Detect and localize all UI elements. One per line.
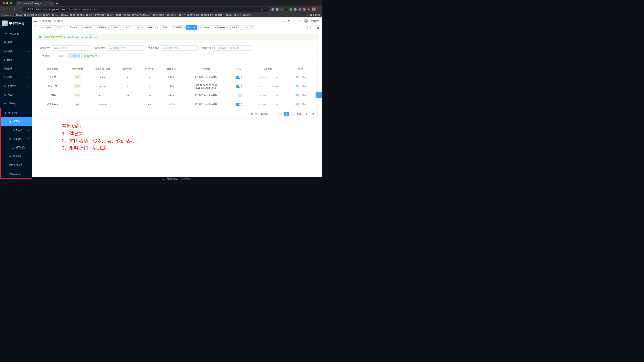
delete-link[interactable]: 删除 bbox=[302, 76, 306, 79]
delete-link[interactable]: 删除 bbox=[302, 94, 306, 97]
home-icon[interactable]: ⌂ bbox=[16, 8, 21, 11]
minimize-window-button[interactable] bbox=[6, 2, 8, 4]
scroll-right-icon[interactable]: » bbox=[305, 25, 310, 30]
refresh-view-icon[interactable]: ↻ bbox=[310, 25, 315, 30]
close-window-button[interactable] bbox=[2, 2, 5, 4]
user-name[interactable]: 芋道源码 bbox=[311, 19, 320, 22]
view-tab-order-detail-5[interactable]: 订单详情 bbox=[158, 25, 170, 30]
user-avatar[interactable] bbox=[304, 19, 308, 23]
extension-icon[interactable] bbox=[285, 8, 288, 11]
edit-link[interactable]: 修改 bbox=[295, 85, 300, 88]
goto-page-input[interactable] bbox=[303, 112, 310, 116]
new-tab-button[interactable]: + bbox=[56, 2, 58, 5]
view-tab-order-detail-4[interactable]: 订单详情 bbox=[146, 25, 158, 30]
bookmark-item[interactable]: 其他语言 bbox=[167, 14, 176, 16]
bookmark-item[interactable]: 设计 bbox=[107, 14, 114, 16]
delete-link[interactable]: 删除 bbox=[302, 103, 306, 106]
breadcrumb-section[interactable]: 营销中心 bbox=[42, 19, 51, 22]
status-toggle[interactable] bbox=[236, 76, 242, 79]
bookmark-item[interactable]: 游戏 bbox=[86, 14, 92, 16]
member-coupon-button[interactable]: 会员优惠券 bbox=[82, 53, 100, 58]
bookmark-item[interactable]: PHP bbox=[179, 14, 185, 16]
share-icon[interactable] bbox=[260, 8, 262, 11]
bookmark-item[interactable]: 近期需要读的文章 bbox=[24, 14, 41, 16]
status-toggle[interactable] bbox=[236, 94, 242, 97]
next-page-button[interactable]: › bbox=[290, 112, 295, 116]
profile-avatar[interactable] bbox=[312, 8, 316, 11]
status-toggle[interactable] bbox=[236, 85, 242, 88]
sidebar-item-member-center[interactable]: ◉会员中心 bbox=[0, 82, 32, 90]
bookmark-item[interactable]: 前端 bbox=[78, 14, 84, 16]
back-icon[interactable]: ← bbox=[2, 8, 6, 11]
logo-row[interactable]: 芋道管理系统 bbox=[0, 18, 32, 29]
fullscreen-icon[interactable] bbox=[283, 20, 285, 22]
view-tab-member-coupon[interactable]: 会员优惠券 bbox=[242, 25, 255, 30]
extension-icon[interactable] bbox=[271, 8, 274, 11]
bell-icon[interactable] bbox=[298, 20, 301, 22]
collapse-menu-icon[interactable] bbox=[34, 20, 37, 22]
page-size-select[interactable]: 10条/页 bbox=[259, 112, 276, 116]
bookmark-item[interactable]: BJava开发|小组首... bbox=[234, 14, 252, 16]
view-tab-product-list[interactable]: ○商品列表 bbox=[66, 25, 79, 30]
bookmark-item[interactable]: 项目 bbox=[124, 14, 130, 16]
forward-icon[interactable]: → bbox=[6, 8, 11, 11]
view-tab-group-product[interactable]: ◷拼团商品 bbox=[228, 25, 241, 30]
sidebar-item-report[interactable]: 报表管理 bbox=[0, 64, 32, 73]
extension-icon[interactable] bbox=[280, 8, 283, 11]
view-tab-member-tag[interactable]: ▤会员标签 bbox=[39, 25, 53, 30]
search-button[interactable]: 搜索 bbox=[40, 53, 52, 58]
sidebar-item-group-product[interactable]: ◷拼团商品 bbox=[1, 143, 32, 152]
status-toggle[interactable] bbox=[236, 103, 242, 106]
bookmark-item[interactable]: 资讯未整理 bbox=[153, 14, 164, 16]
delete-link[interactable]: 删除 bbox=[302, 85, 306, 88]
reload-icon[interactable]: ↻ bbox=[11, 8, 16, 11]
bookmark-item[interactable]: 运营 bbox=[16, 14, 22, 16]
bookmarks-overflow-icon[interactable]: » bbox=[307, 14, 308, 16]
bookmark-item[interactable]: Java bbox=[52, 14, 58, 16]
view-tab-seckill-time[interactable]: ⊙秒杀时段 bbox=[198, 25, 212, 30]
bookmark-item[interactable]: 搜索 bbox=[44, 14, 50, 16]
bookmark-item[interactable]: Linux bbox=[61, 14, 68, 16]
tab-close-icon[interactable]: × bbox=[51, 3, 52, 5]
extension-icon[interactable] bbox=[298, 8, 301, 11]
view-tab-product-detail[interactable]: ◉商品详情 bbox=[80, 25, 94, 30]
page-1-button[interactable]: 1 bbox=[284, 112, 288, 116]
sidebar-item-group-buy[interactable]: ◫拼团活动 bbox=[1, 135, 32, 143]
extension-icon[interactable] bbox=[290, 8, 292, 11]
coupon-status-select[interactable]: 请选择优惠券状态 bbox=[161, 45, 198, 51]
bookmark-item[interactable]: 网站/博客/文章/工具 bbox=[132, 14, 150, 16]
extension-icon[interactable] bbox=[276, 8, 278, 11]
layout-grid-icon[interactable]: ▦ bbox=[316, 25, 320, 30]
sidebar-item-order-center[interactable]: ↻订单中心 bbox=[0, 99, 32, 108]
browser-tab[interactable]: 芋道管理系统 - 优惠券 × bbox=[16, 1, 54, 6]
zoom-window-button[interactable] bbox=[10, 2, 12, 4]
sidebar-item-system[interactable]: 系统管理 bbox=[0, 38, 32, 47]
edit-link[interactable]: 修改 bbox=[295, 94, 300, 97]
date-range-picker[interactable]: 开始日期 – 结束日期 bbox=[212, 45, 253, 51]
sidebar-item-marketing-center[interactable]: ⊞营销中心 bbox=[1, 108, 32, 117]
edit-link[interactable]: 修改 bbox=[295, 103, 300, 106]
add-button[interactable]: + 新增 bbox=[68, 53, 80, 58]
alert-close-icon[interactable]: × bbox=[314, 36, 315, 39]
sidebar-item-full-reduction[interactable]: 满减送活动 bbox=[1, 169, 32, 178]
sidebar-item-workflow[interactable]: 工作流程 bbox=[0, 73, 32, 82]
extension-icon[interactable] bbox=[303, 8, 306, 11]
other-bookmarks[interactable]: 其他书签 bbox=[310, 14, 320, 16]
reset-button[interactable]: ↻ 重置 bbox=[54, 53, 66, 58]
bookmark-item[interactable]: 2014-4 bbox=[215, 14, 224, 16]
doc-link[interactable]: https://doc.iocoder.cn/mall/build/ bbox=[67, 36, 97, 38]
browser-menu-icon[interactable]: ⋮ bbox=[317, 8, 320, 11]
coupon-name-input[interactable] bbox=[52, 45, 90, 51]
sidebar-item-infrastructure[interactable]: 基础设施 bbox=[0, 47, 32, 56]
view-tab-member-detail[interactable]: 会员详情 bbox=[54, 25, 65, 30]
scroll-left-icon[interactable]: « bbox=[34, 25, 38, 30]
view-tab-order-list[interactable]: ▤订单列表 bbox=[95, 25, 108, 30]
view-tab-order-detail-3[interactable]: 订单详情 bbox=[134, 25, 145, 30]
bookmark-item[interactable]: IDE bbox=[116, 14, 121, 16]
bookmark-item[interactable]: DB bbox=[70, 14, 75, 16]
sidebar-item-payment[interactable]: 支付管理 bbox=[0, 56, 32, 64]
address-bar[interactable]: ⚠ 不安全 dashboard-vue3.yudao.iocoder.cn /p… bbox=[22, 7, 269, 12]
sidebar-item-bargain[interactable]: ◈砍价活动 bbox=[1, 152, 32, 161]
coupon-type-select[interactable]: 请选择优惠券类型 bbox=[107, 45, 144, 51]
sidebar-item-product-center[interactable]: Ⓟ商品中心 bbox=[0, 90, 32, 99]
